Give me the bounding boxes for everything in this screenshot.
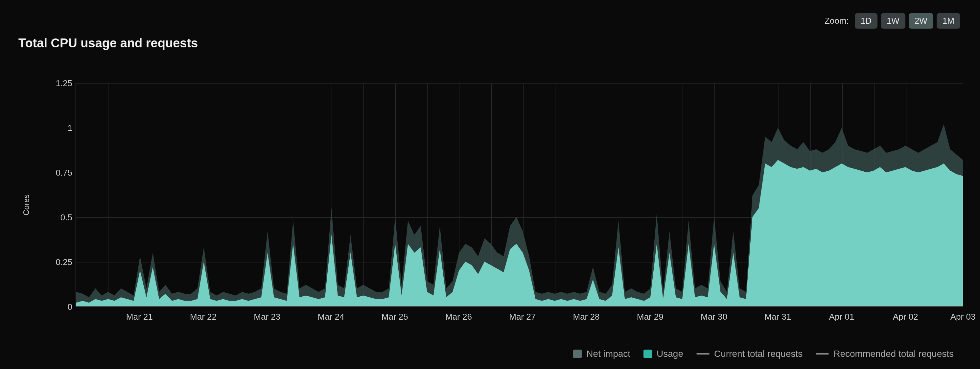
legend-net-impact-label: Net impact xyxy=(586,348,630,359)
zoom-btn-1d[interactable]: 1D xyxy=(855,13,877,29)
legend-recommended[interactable]: Recommended total requests xyxy=(816,348,954,359)
y-tick: 1 xyxy=(40,123,72,133)
x-tick: Apr 01 xyxy=(829,312,854,322)
page-title: Total CPU usage and requests xyxy=(18,36,964,50)
x-tick: Mar 25 xyxy=(382,312,408,322)
x-tick: Mar 21 xyxy=(126,312,153,322)
zoom-btn-2w[interactable]: 2W xyxy=(909,13,933,29)
x-tick: Mar 24 xyxy=(318,312,344,322)
legend-current-label: Current total requests xyxy=(714,348,803,359)
legend-current[interactable]: Current total requests xyxy=(696,348,803,359)
x-tick: Mar 31 xyxy=(764,312,791,322)
legend-recommended-label: Recommended total requests xyxy=(834,348,954,359)
x-tick: Mar 30 xyxy=(701,312,727,322)
x-tick: Mar 27 xyxy=(509,312,536,322)
x-tick: Mar 23 xyxy=(254,312,280,322)
y-tick: 0.75 xyxy=(40,168,72,178)
line-icon xyxy=(696,353,710,355)
x-tick: Mar 26 xyxy=(445,312,472,322)
line-icon xyxy=(816,353,829,355)
y-axis-label: Cores xyxy=(22,194,31,216)
x-tick: Mar 28 xyxy=(573,312,600,322)
zoom-label: Zoom: xyxy=(824,16,849,26)
legend: Net impact Usage Current total requests … xyxy=(573,348,954,359)
x-tick: Mar 22 xyxy=(190,312,216,322)
swatch-usage xyxy=(643,350,652,358)
legend-net-impact[interactable]: Net impact xyxy=(573,348,630,359)
x-tick: Apr 02 xyxy=(893,312,918,322)
y-tick: 0 xyxy=(40,302,72,312)
legend-usage[interactable]: Usage xyxy=(643,348,683,359)
chart-container: Cores 00.250.50.7511.25 Mar 21Mar 22Mar … xyxy=(30,83,963,327)
plot-area[interactable] xyxy=(76,83,963,307)
zoom-btn-1w[interactable]: 1W xyxy=(881,13,905,29)
chart-svg xyxy=(76,83,963,306)
zoom-btn-1m[interactable]: 1M xyxy=(937,13,960,29)
zoom-controls: Zoom: 1D 1W 2W 1M xyxy=(824,13,960,29)
x-tick: Mar 29 xyxy=(637,312,663,322)
y-tick: 1.25 xyxy=(40,78,72,88)
swatch-net-impact xyxy=(573,350,582,358)
y-tick: 0.5 xyxy=(40,212,72,223)
y-tick: 0.25 xyxy=(40,257,72,267)
x-tick: Apr 03 xyxy=(950,312,976,322)
legend-usage-label: Usage xyxy=(657,348,683,359)
